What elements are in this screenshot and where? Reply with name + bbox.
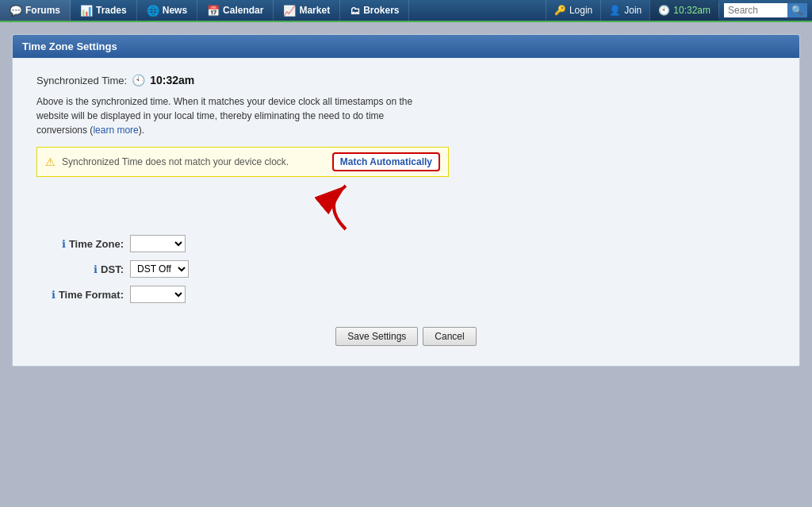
learn-more-link[interactable]: learn more <box>93 125 138 136</box>
calendar-icon: 📅 <box>207 5 220 17</box>
sync-clock-icon: 🕙 <box>132 74 145 86</box>
warning-box: ⚠ Synchronized Time does not match your … <box>36 147 449 177</box>
nav-right: 🔑 Login 👤 Join 🕙 10:32am 🔍 <box>546 0 812 21</box>
main-panel: Time Zone Settings Synchronized Time: 🕙 … <box>12 34 800 367</box>
login-button[interactable]: 🔑 Login <box>546 0 600 21</box>
login-label: Login <box>569 5 592 16</box>
cancel-button[interactable]: Cancel <box>423 327 476 346</box>
login-icon: 🔑 <box>554 5 566 16</box>
timeformat-label-wrap: ℹ Time Format: <box>36 289 124 301</box>
timeformat-info-icon[interactable]: ℹ <box>52 289 56 301</box>
content-area: Time Zone Settings Synchronized Time: 🕙 … <box>0 22 812 378</box>
timezone-label-wrap: ℹ Time Zone: <box>36 238 124 250</box>
dst-label-wrap: ℹ DST: <box>36 263 124 275</box>
nav-item-brokers[interactable]: 🗂 Brokers <box>340 0 409 21</box>
join-button[interactable]: 👤 Join <box>600 0 649 21</box>
clock-nav-icon: 🕙 <box>658 5 670 16</box>
time-display: 🕙 10:32am <box>649 0 718 21</box>
nav-label-market: Market <box>299 5 330 16</box>
timeformat-label: Time Format: <box>59 289 124 301</box>
join-label: Join <box>624 5 642 16</box>
sync-time-label: Synchronized Time: <box>36 75 127 86</box>
panel-header: Time Zone Settings <box>13 35 799 58</box>
nav-item-forums[interactable]: 💬 Forums <box>0 0 71 21</box>
match-automatically-button[interactable]: Match Automatically <box>332 152 440 171</box>
search-wrap: 🔍 <box>718 3 812 17</box>
warning-icon: ⚠ <box>45 156 56 168</box>
action-row: Save Settings Cancel <box>36 319 776 346</box>
timeformat-select[interactable] <box>130 286 186 303</box>
arrow-annotation <box>243 182 401 233</box>
search-button[interactable]: 🔍 <box>787 3 807 17</box>
nav-label-trades: Trades <box>96 5 127 16</box>
time-label: 10:32am <box>673 5 710 16</box>
sync-time-line: Synchronized Time: 🕙 10:32am <box>36 74 776 86</box>
nav-items: 💬 Forums 📊 Trades 🌐 News 📅 Calendar 📈 Ma… <box>0 0 546 21</box>
dst-row: ℹ DST: DST Off DST On <box>36 260 776 278</box>
dst-label: DST: <box>101 263 124 275</box>
nav-item-trades[interactable]: 📊 Trades <box>71 0 137 21</box>
brokers-icon: 🗂 <box>350 5 360 17</box>
join-icon: 👤 <box>609 5 621 16</box>
market-icon: 📈 <box>283 5 296 17</box>
panel-body: Synchronized Time: 🕙 10:32am Above is th… <box>13 58 799 366</box>
search-input[interactable] <box>724 3 787 17</box>
dst-select[interactable]: DST Off DST On <box>130 260 189 278</box>
news-icon: 🌐 <box>147 5 159 17</box>
nav-item-market[interactable]: 📈 Market <box>274 0 340 21</box>
warning-message: Synchronized Time does not match your de… <box>62 156 326 167</box>
nav-label-forums: Forums <box>25 5 60 16</box>
nav-label-calendar: Calendar <box>223 5 263 16</box>
trades-icon: 📊 <box>80 5 93 17</box>
nav-label-news: News <box>163 5 187 16</box>
panel-title: Time Zone Settings <box>22 40 117 52</box>
timezone-row: ℹ Time Zone: <box>36 235 776 252</box>
timezone-info-icon[interactable]: ℹ <box>62 238 66 250</box>
timezone-label: Time Zone: <box>69 238 124 250</box>
description-text: Above is the synchronized time. When it … <box>36 94 425 137</box>
timeformat-row: ℹ Time Format: <box>36 286 776 303</box>
nav-item-news[interactable]: 🌐 News <box>137 0 197 21</box>
nav-label-brokers: Brokers <box>363 5 399 16</box>
forums-icon: 💬 <box>10 5 22 17</box>
form-section: ℹ Time Zone: ℹ DST: DST Off DST On <box>36 235 776 303</box>
sync-time-value: 10:32am <box>150 74 194 86</box>
timezone-select[interactable] <box>130 235 186 252</box>
top-navigation: 💬 Forums 📊 Trades 🌐 News 📅 Calendar 📈 Ma… <box>0 0 812 22</box>
dst-info-icon[interactable]: ℹ <box>94 263 98 275</box>
save-settings-button[interactable]: Save Settings <box>335 327 418 346</box>
nav-item-calendar[interactable]: 📅 Calendar <box>197 0 274 21</box>
